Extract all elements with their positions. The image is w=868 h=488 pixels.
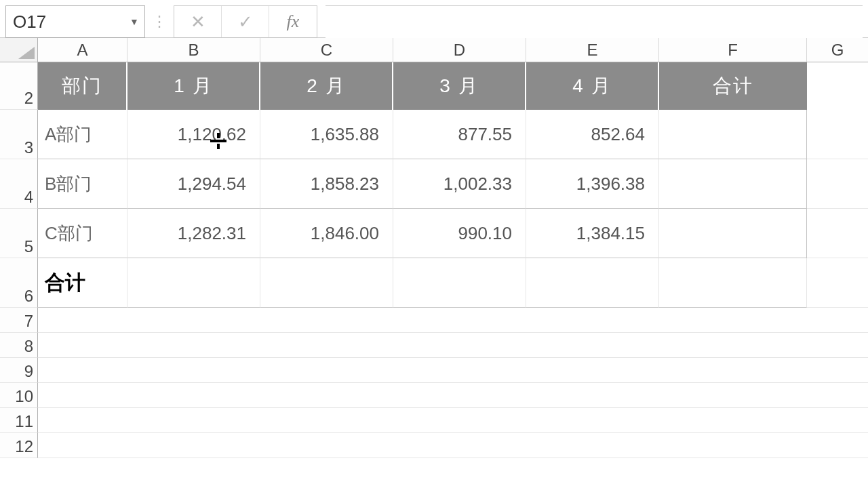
cell[interactable] bbox=[659, 358, 807, 383]
cell-m4[interactable]: 1,396.38 bbox=[526, 159, 659, 209]
cell-total[interactable] bbox=[659, 209, 807, 258]
cancel-button[interactable]: ✕ bbox=[174, 6, 222, 37]
cell[interactable] bbox=[127, 408, 260, 433]
cell-total-m2[interactable] bbox=[260, 258, 393, 308]
row-header-12[interactable]: 12 bbox=[0, 433, 38, 458]
cell[interactable] bbox=[526, 408, 659, 433]
enter-button[interactable]: ✓ bbox=[222, 6, 269, 37]
cell-total-sum[interactable] bbox=[659, 258, 807, 308]
cell[interactable] bbox=[393, 358, 526, 383]
th-dept[interactable]: 部门 bbox=[38, 62, 127, 110]
cell-m3[interactable]: 877.55 bbox=[393, 110, 526, 159]
cell[interactable] bbox=[526, 333, 659, 358]
cell-G6[interactable] bbox=[807, 258, 868, 308]
row-header-3[interactable]: 3 bbox=[0, 110, 38, 159]
cell[interactable] bbox=[807, 383, 868, 408]
cell-m1[interactable]: 1,282.31 bbox=[127, 209, 260, 258]
cell[interactable] bbox=[659, 308, 807, 333]
chevron-down-icon[interactable]: ▼ bbox=[124, 16, 144, 27]
row-header-6[interactable]: 6 bbox=[0, 258, 38, 308]
cell-total[interactable] bbox=[659, 110, 807, 159]
cell[interactable] bbox=[659, 333, 807, 358]
cell-m1[interactable]: 1,120.62 bbox=[127, 110, 260, 159]
cell[interactable] bbox=[807, 308, 868, 333]
col-header-D[interactable]: D bbox=[393, 38, 526, 62]
cell-total[interactable] bbox=[659, 159, 807, 209]
cell-m2[interactable]: 1,846.00 bbox=[260, 209, 393, 258]
cell-m1[interactable]: 1,294.54 bbox=[127, 159, 260, 209]
cell-m2[interactable]: 1,858.23 bbox=[260, 159, 393, 209]
cell-total-label[interactable]: 合计 bbox=[38, 258, 127, 308]
fx-button[interactable]: fx bbox=[269, 6, 317, 37]
cell[interactable] bbox=[127, 308, 260, 333]
cell[interactable] bbox=[807, 358, 868, 383]
cell-G3[interactable] bbox=[807, 110, 868, 159]
cell[interactable] bbox=[260, 433, 393, 458]
cell[interactable] bbox=[127, 433, 260, 458]
spreadsheet-grid[interactable]: A B C D E F G 2 部门 1 月 2 月 3 月 4 月 合计 3 … bbox=[0, 38, 868, 458]
cell[interactable] bbox=[38, 308, 127, 333]
row-header-4[interactable]: 4 bbox=[0, 159, 38, 209]
cell[interactable] bbox=[659, 383, 807, 408]
cell[interactable] bbox=[38, 383, 127, 408]
cell[interactable] bbox=[807, 433, 868, 458]
th-m3[interactable]: 3 月 bbox=[393, 62, 526, 110]
th-m1[interactable]: 1 月 bbox=[127, 62, 260, 110]
cell-G4[interactable] bbox=[807, 159, 868, 209]
cell[interactable] bbox=[807, 333, 868, 358]
col-header-F[interactable]: F bbox=[659, 38, 807, 62]
cell-m2[interactable]: 1,635.88 bbox=[260, 110, 393, 159]
cell-total-m4[interactable] bbox=[526, 258, 659, 308]
cell[interactable] bbox=[260, 408, 393, 433]
cell[interactable] bbox=[393, 308, 526, 333]
cell-G5[interactable] bbox=[807, 209, 868, 258]
cell-dept[interactable]: C部门 bbox=[38, 209, 127, 258]
row-header-11[interactable]: 11 bbox=[0, 408, 38, 433]
cell[interactable] bbox=[526, 433, 659, 458]
cell[interactable] bbox=[260, 358, 393, 383]
cell[interactable] bbox=[393, 383, 526, 408]
cell[interactable] bbox=[659, 433, 807, 458]
cell[interactable] bbox=[38, 333, 127, 358]
col-header-C[interactable]: C bbox=[260, 38, 393, 62]
cell-dept[interactable]: A部门 bbox=[38, 110, 127, 159]
cell[interactable] bbox=[526, 383, 659, 408]
cell[interactable] bbox=[807, 408, 868, 433]
cell[interactable] bbox=[526, 358, 659, 383]
col-header-G[interactable]: G bbox=[807, 38, 868, 62]
cell-m3[interactable]: 990.10 bbox=[393, 209, 526, 258]
cell[interactable] bbox=[393, 433, 526, 458]
formula-input[interactable] bbox=[326, 5, 863, 38]
cell-m4[interactable]: 1,384.15 bbox=[526, 209, 659, 258]
row-header-9[interactable]: 9 bbox=[0, 358, 38, 383]
row-header-5[interactable]: 5 bbox=[0, 209, 38, 258]
cell[interactable] bbox=[260, 383, 393, 408]
col-header-A[interactable]: A bbox=[38, 38, 127, 62]
cell[interactable] bbox=[393, 333, 526, 358]
cell[interactable] bbox=[38, 358, 127, 383]
cell[interactable] bbox=[127, 333, 260, 358]
row-header-2[interactable]: 2 bbox=[0, 62, 38, 110]
cell-G2[interactable] bbox=[807, 62, 868, 110]
th-m4[interactable]: 4 月 bbox=[526, 62, 659, 110]
cell[interactable] bbox=[393, 408, 526, 433]
cell[interactable] bbox=[38, 408, 127, 433]
cell[interactable] bbox=[526, 308, 659, 333]
th-total[interactable]: 合计 bbox=[659, 62, 807, 110]
row-header-8[interactable]: 8 bbox=[0, 333, 38, 358]
name-box[interactable]: O17 ▼ bbox=[5, 5, 145, 38]
cell[interactable] bbox=[127, 358, 260, 383]
cell[interactable] bbox=[260, 333, 393, 358]
cell-m4[interactable]: 852.64 bbox=[526, 110, 659, 159]
col-header-B[interactable]: B bbox=[127, 38, 260, 62]
cell-total-m1[interactable] bbox=[127, 258, 260, 308]
row-header-7[interactable]: 7 bbox=[0, 308, 38, 333]
cell-dept[interactable]: B部门 bbox=[38, 159, 127, 209]
cell[interactable] bbox=[127, 383, 260, 408]
th-m2[interactable]: 2 月 bbox=[260, 62, 393, 110]
cell[interactable] bbox=[260, 308, 393, 333]
cell[interactable] bbox=[659, 408, 807, 433]
select-all-corner[interactable] bbox=[0, 38, 38, 62]
col-header-E[interactable]: E bbox=[526, 38, 659, 62]
cell[interactable] bbox=[38, 433, 127, 458]
